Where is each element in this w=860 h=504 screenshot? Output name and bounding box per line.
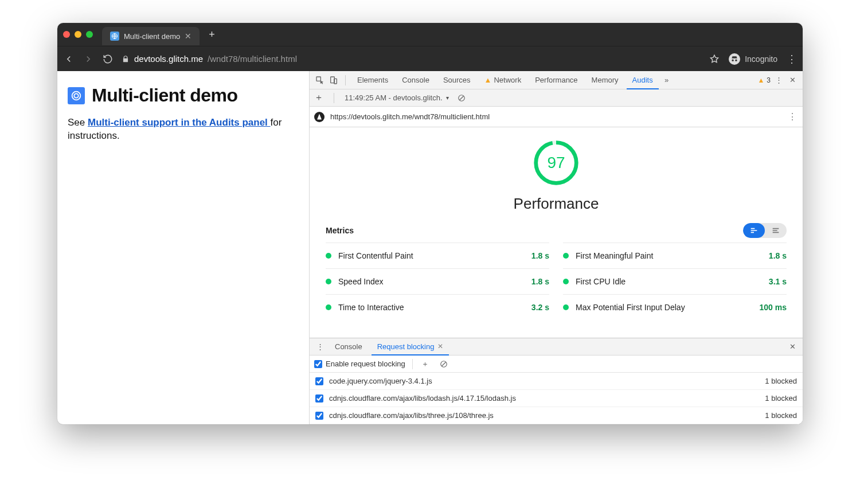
audit-report-label: 11:49:25 AM - devtools.glitch. bbox=[345, 93, 443, 102]
clear-audits-icon[interactable] bbox=[456, 92, 467, 104]
globe-icon bbox=[110, 32, 119, 41]
blocked-patterns-list: code.jquery.com/jquery-3.4.1.js 1 blocke… bbox=[310, 373, 803, 424]
svg-point-2 bbox=[74, 93, 78, 97]
metrics-header: Metrics bbox=[326, 223, 787, 238]
inspect-element-icon[interactable] bbox=[314, 75, 326, 86]
devtools-settings-icon[interactable]: ⋮ bbox=[773, 75, 784, 86]
drawer-tab-console[interactable]: Console bbox=[329, 338, 368, 355]
close-tab-icon[interactable]: ✕ bbox=[437, 342, 443, 350]
devtools-panel: Elements Console Sources ▲Network Perfor… bbox=[310, 71, 803, 424]
forward-button[interactable] bbox=[83, 53, 94, 65]
url-field[interactable]: devtools.glitch.me/wndt78/multiclient.ht… bbox=[122, 46, 701, 71]
metric-row: Time to Interactive 3.2 s bbox=[326, 294, 549, 320]
metrics-view-toggle bbox=[743, 223, 787, 238]
audit-report: 97 Performance Metrics bbox=[310, 127, 803, 338]
browser-tab[interactable]: Multi-client demo ✕ bbox=[102, 27, 200, 45]
browser-menu-icon[interactable]: ⋮ bbox=[787, 53, 797, 65]
lock-icon bbox=[122, 55, 130, 63]
metrics-heading: Metrics bbox=[326, 226, 354, 235]
metric-row: First Meaningful Paint 1.8 s bbox=[563, 243, 787, 268]
toggle-compact-view[interactable] bbox=[743, 223, 765, 238]
tab-audits[interactable]: Audits bbox=[627, 72, 659, 89]
score-gauge: 97 bbox=[532, 139, 580, 187]
drawer-tab-request-blocking[interactable]: Request blocking ✕ bbox=[372, 339, 449, 355]
status-dot-icon bbox=[326, 253, 331, 259]
addrbar-right: Incognito ⋮ bbox=[709, 53, 797, 65]
tab-sources[interactable]: Sources bbox=[437, 71, 476, 89]
close-tab-icon[interactable]: ✕ bbox=[185, 32, 191, 41]
overflow-tabs-icon[interactable]: » bbox=[661, 75, 673, 86]
drawer-menu-icon[interactable]: ⋮ bbox=[314, 341, 326, 353]
status-dot-icon bbox=[563, 304, 569, 310]
device-toolbar-icon[interactable] bbox=[328, 75, 339, 86]
svg-point-1 bbox=[72, 91, 81, 100]
status-dot-icon bbox=[326, 304, 331, 310]
metric-row: First CPU Idle 3.1 s bbox=[563, 268, 787, 294]
pattern-text: cdnjs.cloudflare.com/ajax/libs/three.js/… bbox=[329, 411, 494, 420]
audits-toolbar: ＋ 11:49:25 AM - devtools.glitch. bbox=[310, 89, 803, 107]
metric-row: Max Potential First Input Delay 100 ms bbox=[563, 294, 787, 320]
blocked-count: 1 blocked bbox=[765, 377, 797, 385]
new-audit-button[interactable]: ＋ bbox=[314, 92, 323, 104]
tab-network[interactable]: ▲Network bbox=[479, 71, 527, 89]
maximize-window-button[interactable] bbox=[86, 31, 93, 38]
incognito-label: Incognito bbox=[745, 54, 777, 64]
reload-button[interactable] bbox=[102, 53, 114, 65]
tab-performance[interactable]: Performance bbox=[529, 71, 583, 89]
drawer-tabstrip: ⋮ Console Request blocking ✕ ✕ bbox=[310, 338, 803, 355]
tab-memory[interactable]: Memory bbox=[586, 71, 624, 89]
pattern-text: code.jquery.com/jquery-3.4.1.js bbox=[329, 377, 432, 385]
add-pattern-button[interactable]: ＋ bbox=[420, 358, 431, 370]
tab-title: Multi-client demo bbox=[124, 32, 180, 41]
url-domain: devtools.glitch.me bbox=[134, 54, 203, 64]
score-category: Performance bbox=[514, 195, 599, 213]
separator bbox=[334, 93, 334, 103]
metrics-grid: First Contentful Paint 1.8 s First Meani… bbox=[326, 243, 787, 320]
close-window-button[interactable] bbox=[63, 31, 70, 38]
clear-patterns-icon[interactable] bbox=[438, 358, 449, 370]
page-header: Multi-client demo bbox=[68, 85, 299, 106]
back-button[interactable] bbox=[63, 53, 75, 65]
devtools-drawer: ⋮ Console Request blocking ✕ ✕ Enable re… bbox=[310, 338, 803, 424]
blocked-pattern-row: code.jquery.com/jquery-3.4.1.js 1 blocke… bbox=[310, 373, 803, 390]
window-controls bbox=[63, 31, 93, 38]
blocked-pattern-row: cdnjs.cloudflare.com/ajax/libs/lodash.js… bbox=[310, 390, 803, 407]
metric-value: 3.1 s bbox=[769, 277, 787, 286]
tab-elements[interactable]: Elements bbox=[351, 71, 394, 89]
lighthouse-icon bbox=[314, 112, 325, 122]
audit-report-selector[interactable]: 11:49:25 AM - devtools.glitch. bbox=[345, 93, 449, 102]
pattern-enable-checkbox[interactable] bbox=[315, 412, 323, 420]
enable-blocking-input[interactable] bbox=[314, 360, 322, 368]
metric-value: 3.2 s bbox=[531, 303, 549, 312]
status-dot-icon bbox=[563, 279, 569, 284]
metric-value: 1.8 s bbox=[769, 251, 787, 260]
separator bbox=[345, 75, 346, 85]
status-dot-icon bbox=[563, 253, 569, 259]
devtools-logo-icon bbox=[68, 87, 85, 104]
blocked-count: 1 blocked bbox=[765, 411, 797, 420]
url-path: /wndt78/multiclient.html bbox=[208, 54, 297, 64]
incognito-icon bbox=[729, 53, 740, 65]
audit-report-menu-icon[interactable]: ⋮ bbox=[788, 111, 797, 122]
new-tab-button[interactable]: + bbox=[203, 29, 221, 41]
metric-value: 100 ms bbox=[760, 303, 787, 312]
warning-icon: ▲ bbox=[484, 76, 492, 84]
metric-value: 1.8 s bbox=[531, 251, 549, 260]
close-devtools-icon[interactable]: ✕ bbox=[787, 75, 798, 86]
star-icon[interactable] bbox=[709, 54, 720, 64]
blocked-pattern-row: cdnjs.cloudflare.com/ajax/libs/three.js/… bbox=[310, 407, 803, 424]
minimize-window-button[interactable] bbox=[75, 31, 81, 38]
toggle-expanded-view[interactable] bbox=[765, 223, 787, 238]
close-drawer-icon[interactable]: ✕ bbox=[787, 341, 798, 353]
warnings-counter[interactable]: ▲ 3 bbox=[757, 76, 771, 84]
pattern-enable-checkbox[interactable] bbox=[315, 394, 323, 403]
rendered-page: Multi-client demo See Multi-client suppo… bbox=[57, 71, 310, 424]
pattern-enable-checkbox[interactable] bbox=[315, 377, 323, 385]
tab-console[interactable]: Console bbox=[396, 71, 435, 89]
pattern-text: cdnjs.cloudflare.com/ajax/libs/lodash.js… bbox=[329, 394, 516, 403]
blocked-count: 1 blocked bbox=[765, 394, 797, 403]
warning-triangle-icon: ▲ bbox=[757, 76, 764, 84]
metric-row: First Contentful Paint 1.8 s bbox=[326, 243, 549, 268]
docs-link[interactable]: Multi-client support in the Audits panel bbox=[88, 117, 271, 128]
enable-blocking-checkbox[interactable]: Enable request blocking bbox=[314, 360, 405, 368]
